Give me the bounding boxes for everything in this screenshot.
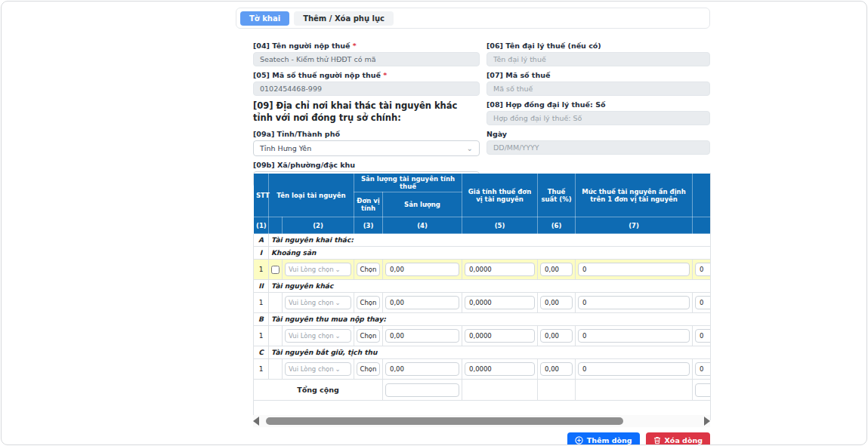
field-04-label: [04] Tên người nộp thuế *: [253, 42, 480, 50]
field-05-label: [05] Mã số thuế người nộp thuế *: [253, 71, 480, 79]
unit-choose-button[interactable]: Chọn: [357, 263, 380, 276]
unit-price-input[interactable]: [465, 296, 535, 309]
total-row: Tổng cộng: [254, 380, 712, 401]
unit-price-input[interactable]: [465, 329, 535, 343]
taxpayer-name-input[interactable]: [253, 52, 480, 66]
field-06: [06] Tên đại lý thuế (nếu có): [487, 42, 710, 66]
tax-rate-input[interactable]: [540, 263, 573, 276]
section-title: Tài nguyên khai thác:: [269, 234, 712, 247]
field-08-label: [08] Hợp đồng đại lý thuế: Số: [487, 100, 710, 109]
section-code: C: [254, 346, 269, 359]
unit-choose-button[interactable]: Chọn: [357, 296, 380, 309]
field-08: [08] Hợp đồng đại lý thuế: Số: [487, 100, 710, 125]
field-09a-label: [09a] Tỉnh/Thành phố: [253, 130, 480, 138]
fixed-tax-input[interactable]: [578, 329, 690, 343]
section-title: Tài nguyên khác: [269, 280, 712, 293]
row-stt: 1: [254, 260, 269, 280]
agent-contract-number-input[interactable]: [487, 111, 710, 125]
unit-choose-button[interactable]: Chọn: [357, 329, 380, 343]
col-number-blank: [269, 217, 283, 234]
total-quantity-input[interactable]: [385, 383, 459, 397]
scroll-right-arrow-icon[interactable]: [704, 417, 710, 426]
col-number-5: (5): [462, 217, 538, 234]
row-stt: 1: [254, 326, 269, 346]
add-row-button[interactable]: Thêm dòng: [567, 432, 640, 445]
col-number-6: (6): [538, 217, 576, 234]
fixed-tax-input[interactable]: [578, 296, 690, 309]
total-col8-input[interactable]: [695, 383, 711, 397]
field-04: [04] Tên người nộp thuế *: [253, 42, 480, 66]
col8-input[interactable]: [695, 263, 711, 276]
col-header-resource-name: Tên loại tài nguyên: [269, 174, 354, 217]
form-left-column: [04] Tên người nộp thuế * [05] Mã số thu…: [253, 42, 480, 192]
horizontal-scrollbar: [253, 415, 710, 427]
quantity-input[interactable]: [385, 296, 459, 309]
trash-icon: [653, 436, 661, 444]
resource-table: STT Tên loại tài nguyên Sản lượng tài ng…: [253, 173, 711, 420]
province-select[interactable]: Tỉnh Hưng Yên ⌄: [253, 140, 480, 156]
tax-rate-input[interactable]: [540, 296, 573, 309]
col-number-7: (7): [576, 217, 693, 234]
col8-input[interactable]: [695, 296, 711, 309]
contract-date-input[interactable]: [487, 140, 710, 155]
taxpayer-tax-code-input[interactable]: [253, 82, 480, 96]
delete-row-button[interactable]: Xóa dòng: [646, 432, 710, 445]
col-number-8: (8): [693, 217, 711, 234]
chevron-down-icon: ⌄: [335, 299, 341, 306]
section-row-A: A Tài nguyên khai thác:: [254, 234, 712, 247]
tab-to-khai[interactable]: Tờ khai: [240, 11, 289, 26]
section-title: Tài nguyên thu mua nộp thay:: [269, 313, 712, 326]
resource-type-select[interactable]: Vui Lòng chọn⌄: [285, 263, 351, 276]
declaration-form: [04] Tên người nộp thuế * [05] Mã số thu…: [253, 42, 710, 192]
quantity-input[interactable]: [385, 263, 459, 276]
data-row-bat-giu-1: 1 Vui Lòng chọn⌄ Chọn: [254, 359, 712, 380]
tab-bar: Tờ khai Thêm / Xóa phụ lục: [236, 8, 710, 29]
section-code: I: [254, 247, 269, 260]
col-header-unit-price: Giá tính thuế đơn vị tài nguyên: [462, 174, 538, 217]
agent-tax-code-input[interactable]: [487, 82, 710, 96]
resource-table-viewport: STT Tên loại tài nguyên Sản lượng tài ng…: [253, 173, 711, 420]
data-row-khoang-san-1: 1 Vui Lòng chọn⌄ Chọn: [254, 260, 712, 280]
col-number-3: (3): [354, 217, 383, 234]
quantity-input[interactable]: [385, 329, 459, 343]
scroll-left-arrow-icon[interactable]: [253, 417, 259, 426]
col-header-quantity-group: Sản lượng tài nguyên tính thuế: [354, 174, 462, 192]
tax-rate-input[interactable]: [540, 329, 573, 343]
col-number-2: (2): [283, 217, 354, 234]
col-number-1: (1): [254, 217, 269, 234]
section-code: II: [254, 280, 269, 293]
col-header-unit: Đơn vị tính: [354, 192, 383, 217]
circle-plus-icon: [575, 436, 583, 444]
tax-rate-input[interactable]: [540, 362, 573, 376]
col8-input[interactable]: [695, 362, 711, 376]
total-label: Tổng cộng: [254, 380, 383, 401]
unit-price-input[interactable]: [465, 263, 535, 276]
field-07-label: [07] Mã số thuế: [487, 71, 710, 79]
quantity-input[interactable]: [385, 362, 459, 376]
section-title: Tài nguyên bắt giữ, tịch thu: [269, 346, 712, 359]
chevron-down-icon: ⌄: [335, 332, 341, 340]
data-row-thu-mua-1: 1 Vui Lòng chọn⌄ Chọn: [254, 326, 712, 346]
unit-price-input[interactable]: [465, 362, 535, 376]
tax-declaration-page: Tờ khai Thêm / Xóa phụ lục [04] Tên ngườ…: [1, 1, 867, 445]
col-header-stt: STT: [254, 174, 269, 217]
chevron-down-icon: ⌄: [467, 145, 473, 152]
resource-type-select[interactable]: Vui Lòng chọn⌄: [285, 362, 351, 376]
agent-name-input[interactable]: [487, 52, 710, 66]
resource-type-select[interactable]: Vui Lòng chọn⌄: [285, 296, 351, 309]
section-row-I: I Khoáng sản: [254, 247, 712, 260]
field-09b-label: [09b] Xã/phường/đặc khu: [253, 161, 480, 169]
fixed-tax-input[interactable]: [578, 263, 690, 276]
tab-them-xoa-phu-luc[interactable]: Thêm / Xóa phụ lục: [294, 11, 394, 26]
form-right-column: [06] Tên đại lý thuế (nếu có) [07] Mã số…: [487, 42, 710, 192]
data-row-tai-nguyen-khac-1: 1 Vui Lòng chọn⌄ Chọn: [254, 293, 712, 313]
required-star: *: [383, 71, 387, 79]
col8-input[interactable]: [695, 329, 711, 343]
col-header-tax-rate: Thuế suất (%): [538, 174, 576, 217]
scrollbar-thumb[interactable]: [266, 417, 623, 425]
unit-choose-button[interactable]: Chọn: [357, 362, 380, 376]
resource-type-select[interactable]: Vui Lòng chọn⌄: [285, 329, 351, 343]
row-checkbox[interactable]: [271, 266, 280, 274]
fixed-tax-input[interactable]: [578, 362, 690, 376]
col-header-8: [693, 174, 711, 217]
